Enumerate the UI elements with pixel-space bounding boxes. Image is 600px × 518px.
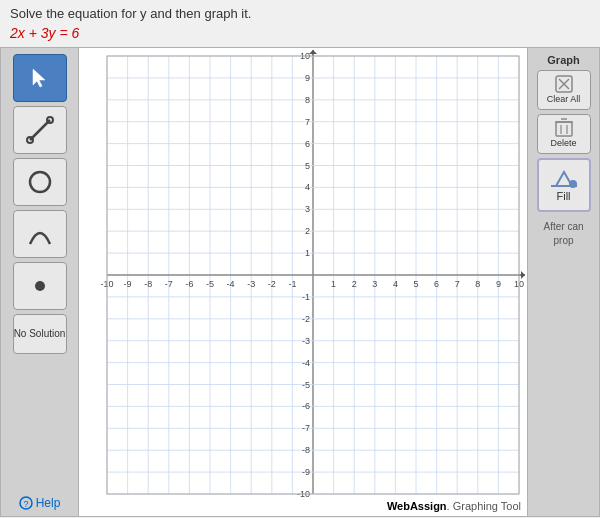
svg-point-16 [569,180,577,188]
point-tool[interactable] [13,262,67,310]
clear-all-button[interactable]: Clear All [537,70,591,110]
instruction-text: Solve the equation for y and then graph … [0,0,600,23]
cursor-tool[interactable] [13,54,67,102]
webassign-footer: WebAssign. Graphing Tool [387,500,521,512]
equation-display: 2x + 3y = 6 [0,23,600,47]
grid-canvas [79,48,527,516]
right-panel: Graph Clear All Delete [527,48,599,516]
circle-tool[interactable] [13,158,67,206]
svg-line-1 [30,120,50,140]
svg-marker-0 [33,69,45,87]
svg-point-5 [35,281,45,291]
main-container: No Solution ? Help WebAssign. Graphing T… [0,47,600,517]
right-info-text: After can prop [532,216,595,252]
graph-label: Graph [547,54,579,66]
line-tool[interactable] [13,106,67,154]
fill-button[interactable]: Fill [537,158,591,212]
graph-area[interactable]: WebAssign. Graphing Tool [79,48,527,516]
parabola-tool[interactable] [13,210,67,258]
svg-point-4 [30,172,50,192]
no-solution-button[interactable]: No Solution [13,314,67,354]
help-link[interactable]: ? Help [19,496,61,510]
toolbar: No Solution ? Help [1,48,79,516]
delete-button[interactable]: Delete [537,114,591,154]
svg-text:?: ? [23,499,28,509]
svg-rect-11 [556,122,572,136]
